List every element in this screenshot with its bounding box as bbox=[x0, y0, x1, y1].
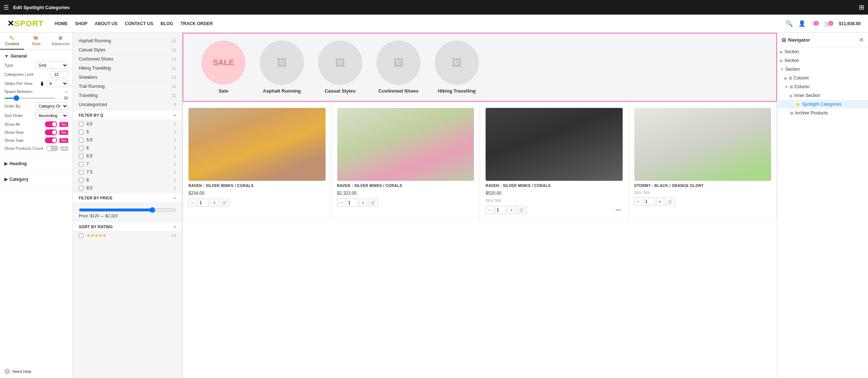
filter-q-checkbox[interactable] bbox=[79, 130, 83, 135]
order-by-select[interactable]: Category Order bbox=[35, 102, 68, 110]
show-all-label: Show All bbox=[4, 122, 43, 126]
cart-icon[interactable]: 🛒1 bbox=[824, 21, 833, 27]
nav-track[interactable]: TRACK ORDER bbox=[180, 21, 213, 26]
show-sale-toggle[interactable] bbox=[45, 137, 57, 143]
nav-item-spotlight-categories[interactable]: ⭐Spotlight Categories bbox=[777, 100, 868, 109]
filter-by-q-collapse-icon[interactable]: − bbox=[174, 113, 176, 117]
add-to-cart-button[interactable]: 🛒 bbox=[369, 199, 378, 207]
filter-by-q-header[interactable]: FILTER BY Q − bbox=[73, 111, 182, 120]
price-range bbox=[79, 207, 176, 213]
categories-limit-input[interactable] bbox=[50, 71, 68, 78]
nav-shop[interactable]: SHOP bbox=[75, 21, 87, 26]
category-section-toggle[interactable]: ▶ Category bbox=[4, 177, 68, 182]
qty-input[interactable] bbox=[495, 206, 506, 214]
show-all-toggle[interactable] bbox=[45, 121, 57, 127]
category-list-item[interactable]: Cushioned Shoes11 bbox=[73, 55, 182, 64]
nav-item-column[interactable]: ▼⊞Column bbox=[777, 82, 868, 91]
cart-badge: 1 bbox=[828, 21, 833, 26]
more-options-button[interactable]: ••• bbox=[614, 206, 623, 214]
tab-advanced[interactable]: ⚙️ Advanced bbox=[48, 33, 73, 50]
filter-q-checkbox[interactable] bbox=[79, 186, 83, 191]
tab-content[interactable]: ✏️ Content bbox=[0, 33, 24, 50]
general-section-toggle[interactable]: ▼ General bbox=[4, 54, 68, 59]
qty-decrement-button[interactable]: − bbox=[337, 199, 345, 207]
navigator-close-button[interactable]: ✕ bbox=[859, 36, 864, 43]
qty-increment-button[interactable]: + bbox=[359, 199, 367, 207]
slides-per-view-select[interactable]: 6 bbox=[46, 80, 68, 87]
nav-item-inner-section[interactable]: ▶Inner Section bbox=[777, 91, 868, 100]
nav-blog[interactable]: BLOG bbox=[160, 21, 173, 26]
category-list-item[interactable]: Casual Styles11 bbox=[73, 46, 182, 55]
filter-q-label: 6:5 bbox=[86, 153, 93, 159]
product-img bbox=[486, 108, 623, 181]
filter-q-checkbox[interactable] bbox=[79, 162, 83, 167]
qty-input[interactable] bbox=[644, 198, 655, 206]
show-new-toggle[interactable] bbox=[45, 129, 57, 135]
qty-input[interactable] bbox=[198, 199, 209, 207]
grid-apps-icon[interactable]: ⊞ bbox=[859, 3, 864, 11]
nav-item-section[interactable]: ▶Section bbox=[777, 47, 868, 56]
nav-about[interactable]: ABOUT US bbox=[95, 21, 118, 26]
nav-item-column[interactable]: ▶⊞Column bbox=[777, 74, 868, 82]
search-icon[interactable]: 🔍 bbox=[786, 20, 793, 27]
show-products-count-toggle[interactable] bbox=[46, 145, 58, 151]
price-range-slider[interactable] bbox=[79, 207, 176, 213]
qty-increment-button[interactable]: + bbox=[656, 198, 664, 206]
qty-input[interactable] bbox=[347, 199, 358, 207]
category-list-item[interactable]: Travelling11 bbox=[73, 91, 182, 100]
tab-style[interactable]: 🎨 Style bbox=[24, 33, 48, 50]
qty-decrement-button[interactable]: − bbox=[188, 199, 196, 207]
nav-item-archive-products[interactable]: ⊞Archive Products bbox=[777, 109, 868, 117]
nav-contact[interactable]: CONTACT US bbox=[125, 21, 153, 26]
space-between-slider[interactable] bbox=[4, 98, 55, 99]
need-help[interactable]: ? Need Help bbox=[0, 365, 73, 378]
heading-section-toggle[interactable]: ▶ Heading bbox=[4, 161, 68, 166]
qty-decrement-button[interactable]: − bbox=[634, 198, 642, 206]
add-to-cart-button[interactable]: 🛒 bbox=[220, 199, 229, 207]
filter-q-item: 51 bbox=[73, 128, 182, 136]
filter-q-checkbox[interactable] bbox=[79, 146, 83, 151]
filter-q-checkbox[interactable] bbox=[79, 170, 83, 175]
categories-limit-label: Categories Limit bbox=[4, 72, 48, 77]
nav-item-section[interactable]: ▼Section bbox=[777, 65, 868, 74]
type-label: Type bbox=[4, 63, 33, 67]
qty-increment-button[interactable]: + bbox=[210, 199, 218, 207]
sort-order-label: Sort Order bbox=[4, 113, 33, 118]
category-list-item[interactable]: Hiking Travelling11 bbox=[73, 64, 182, 73]
nav-item-label: Column bbox=[794, 75, 865, 81]
hamburger-icon[interactable]: ☰ bbox=[4, 4, 9, 11]
qty-decrement-button[interactable]: − bbox=[486, 206, 494, 214]
filter-q-checkbox[interactable] bbox=[79, 178, 83, 183]
filter-q-checkbox[interactable] bbox=[79, 154, 83, 159]
category-list-item[interactable]: Sneakers12 bbox=[73, 73, 182, 82]
show-all-row: Show All Yes bbox=[4, 121, 68, 127]
category-circle-item[interactable]: SALESale bbox=[194, 41, 253, 94]
topbar-title: Edit Spotlight Categories bbox=[13, 5, 855, 10]
rating-checkbox[interactable] bbox=[79, 233, 83, 238]
style-tab-label: Style bbox=[32, 42, 40, 46]
filter-by-price-header[interactable]: FILTER BY PRICE − bbox=[73, 194, 182, 203]
filter-q-checkbox[interactable] bbox=[79, 138, 83, 143]
user-icon[interactable]: 👤 bbox=[798, 20, 806, 27]
category-list-item[interactable]: Trail Running11 bbox=[73, 82, 182, 91]
show-sale-row: Show Sale Yes bbox=[4, 137, 68, 143]
category-circle-item[interactable]: 🖼 Casual Styles bbox=[311, 41, 369, 94]
add-to-cart-button[interactable]: 🛒 bbox=[517, 206, 526, 214]
category-list-item[interactable]: Uncategorized0 bbox=[73, 100, 182, 109]
filter-q-checkbox[interactable] bbox=[79, 122, 83, 126]
category-circle-item[interactable]: 🖼 Cushioned Shoes bbox=[369, 41, 428, 94]
type-select[interactable]: Grid bbox=[35, 62, 68, 69]
qty-increment-button[interactable]: + bbox=[507, 206, 515, 214]
add-to-cart-button[interactable]: 🛒 bbox=[666, 198, 675, 206]
sort-order-select[interactable]: Ascending bbox=[35, 112, 68, 119]
sort-by-rating-header[interactable]: SORT BY RATING − bbox=[73, 222, 182, 231]
nav-home[interactable]: HOME bbox=[55, 21, 68, 26]
wishlist-icon[interactable]: ♡1 bbox=[811, 21, 819, 27]
category-circle-item[interactable]: 🖼 Asphalt Running bbox=[253, 41, 311, 94]
category-circle-item[interactable]: 🖼 Hiking Travelling bbox=[428, 41, 486, 94]
category-list-item[interactable]: Asphalt Running11 bbox=[73, 36, 182, 46]
sort-by-rating-collapse-icon[interactable]: − bbox=[174, 225, 176, 229]
product-sku: SKU: N/A bbox=[486, 199, 623, 203]
filter-by-price-collapse-icon[interactable]: − bbox=[174, 196, 176, 200]
nav-item-section[interactable]: ▶Section bbox=[777, 56, 868, 65]
